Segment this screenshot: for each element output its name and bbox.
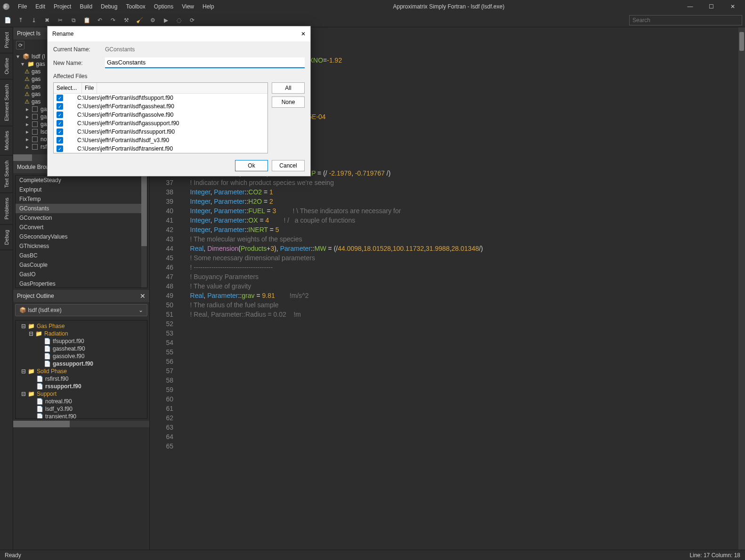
menu-bar: FileEditProjectBuildDebugToolboxOptionsV… [14,1,218,12]
close-file-icon[interactable]: ✖ [42,16,52,25]
module-item[interactable]: GConstants [16,204,147,213]
outline-file[interactable]: 📄 notreal.f90 [17,398,145,405]
none-button[interactable]: None [272,96,305,108]
rail-tab-outline[interactable]: Outline [0,53,13,80]
menu-file[interactable]: File [14,1,31,12]
outline-file[interactable]: 📄 transient.f90 [17,413,145,419]
cut-icon[interactable]: ✂ [56,16,65,25]
module-item[interactable]: GasIO [16,270,147,279]
outline-folder[interactable]: ⊟📁 Solid Phase [17,368,145,375]
refresh-icon[interactable]: ⟳ [16,41,24,49]
outline-file[interactable]: 📄 tfsupport.f90 [17,337,145,345]
scrollbar-horizontal[interactable] [13,421,149,427]
outline-file[interactable]: 📄 gassheat.f90 [17,345,145,352]
affected-files-label: Affected Files [53,73,305,80]
file-row[interactable]: ✓C:\Users\jeffr\Fortran\lsdf\rssupport.f… [54,128,267,136]
toolbar: 📄 ⤒ ⤓ ✖ ✂ ⧉ 📋 ↶ ↷ ⚒ 🧹 ⚙ ▶ ◌ ⟳ [0,13,745,27]
project-combo[interactable]: 📦 lsdf (lsdf.exe) ⌄ [15,304,147,316]
module-item[interactable]: GSecondaryValues [16,232,147,241]
col-select[interactable]: Select... [54,83,82,93]
col-file[interactable]: File [82,83,97,93]
rail-tab-project[interactable]: Project [0,27,13,53]
file-row[interactable]: ✓C:\Users\jeffr\Fortran\lsdf\lsdf_v3.f90 [54,136,267,144]
affected-files-table: Select... File ✓C:\Users\jeffr\Fortran\l… [53,82,268,153]
file-checkbox[interactable]: ✓ [57,95,63,101]
file-row[interactable]: ✓C:\Users\jeffr\Fortran\lsdf\gassheat.f9… [54,102,267,111]
menu-build[interactable]: Build [76,1,96,12]
menu-debug[interactable]: Debug [97,1,121,12]
status-bar: Ready Line: 17 Column: 18 [0,550,745,560]
open-icon[interactable]: ⤒ [16,16,25,25]
minimize-button[interactable]: — [680,0,701,13]
outline-file[interactable]: 📄 gassupport.f90 [17,360,145,368]
outline-folder[interactable]: ⊟📁 Radiation [17,330,145,337]
file-checkbox[interactable]: ✓ [57,103,63,110]
panel-header-project-outline: Project Outline ✕ [13,290,149,302]
clean-icon[interactable]: 🧹 [135,16,144,25]
file-checkbox[interactable]: ✓ [57,112,63,118]
settings-icon[interactable]: ⚙ [148,16,157,25]
copy-icon[interactable]: ⧉ [69,16,78,25]
outline-file[interactable]: 📄 rsfirst.f90 [17,375,145,383]
rail-tab-text-search[interactable]: Text Search [0,156,13,193]
file-row[interactable]: ✓C:\Users\jeffr\Fortran\lsdf\tfsupport.f… [54,94,267,102]
module-item[interactable]: GThickness [16,241,147,251]
outline-file[interactable]: 📄 rssupport.f90 [17,383,145,390]
search-input[interactable] [629,15,742,25]
all-button[interactable]: All [272,82,305,94]
run-icon[interactable]: ▶ [161,16,170,25]
menu-project[interactable]: Project [50,1,75,12]
module-item[interactable]: GasProperties [16,279,147,288]
module-item[interactable]: GasCouple [16,260,147,270]
file-row[interactable]: ✓C:\Users\jeffr\Fortran\lsdf\gassupport.… [54,119,267,128]
ok-button[interactable]: Ok [235,160,268,171]
stop-icon[interactable]: ◌ [174,16,184,25]
file-row[interactable]: ✓C:\Users\jeffr\Fortran\lsdf\transient.f… [54,144,267,153]
outline-folder[interactable]: ⊟📁 Support [17,390,145,398]
close-panel-icon[interactable]: ✕ [140,292,146,300]
rail-tab-element-search[interactable]: Element Search [0,80,13,126]
new-icon[interactable]: 📄 [3,16,12,25]
module-item[interactable]: CompleteSteady [16,176,147,185]
redo-icon[interactable]: ↷ [108,16,118,25]
module-item[interactable]: FixTemp [16,194,147,204]
compile-icon[interactable]: ⚒ [121,16,131,25]
window-title: Approximatrix Simply Fortran - lsdf (lsd… [218,3,680,10]
menu-options[interactable]: Options [150,1,177,12]
module-item[interactable]: GConvection [16,213,147,223]
dialog-close-icon[interactable]: ✕ [301,31,306,37]
file-checkbox[interactable]: ✓ [57,145,63,152]
module-item[interactable]: GConvert [16,223,147,232]
file-checkbox[interactable]: ✓ [57,137,63,144]
close-button[interactable]: ✕ [722,0,743,13]
cancel-button[interactable]: Cancel [272,160,305,171]
title-bar: F FileEditProjectBuildDebugToolboxOption… [0,0,745,13]
scrollbar-vertical[interactable] [141,176,147,288]
menu-edit[interactable]: Edit [32,1,49,12]
rail-tab-problems[interactable]: Problems [0,193,13,224]
debug-icon[interactable]: ⟳ [187,16,197,25]
module-item[interactable]: ExpInput [16,185,147,194]
file-checkbox[interactable]: ✓ [57,128,63,135]
menu-view[interactable]: View [178,1,198,12]
maximize-button[interactable]: ☐ [701,0,722,13]
menu-help[interactable]: Help [199,1,218,12]
panel-title: Project Outline [17,293,54,299]
file-checkbox[interactable]: ✓ [57,120,63,127]
rail-tab-debug[interactable]: Debug [0,225,13,250]
app-logo: F [2,2,10,11]
menu-toolbox[interactable]: Toolbox [122,1,149,12]
outline-file[interactable]: 📄 lsdf_v3.f90 [17,405,145,413]
undo-icon[interactable]: ↶ [95,16,105,25]
editor-scrollbar[interactable] [738,27,745,550]
save-icon[interactable]: ⤓ [29,16,39,25]
outline-folder[interactable]: ⊟📁 Gas Phase [17,322,145,330]
paste-icon[interactable]: 📋 [82,16,91,25]
combo-label: lsdf (lsdf.exe) [28,307,61,313]
file-row[interactable]: ✓C:\Users\jeffr\Fortran\lsdf\gassolve.f9… [54,111,267,119]
module-item[interactable]: GasBC [16,251,147,260]
outline-file[interactable]: 📄 gassolve.f90 [17,352,145,360]
new-name-input[interactable] [105,57,305,68]
tree-root[interactable]: lsdf (l [32,53,45,60]
rail-tab-modules[interactable]: Modules [0,126,13,156]
